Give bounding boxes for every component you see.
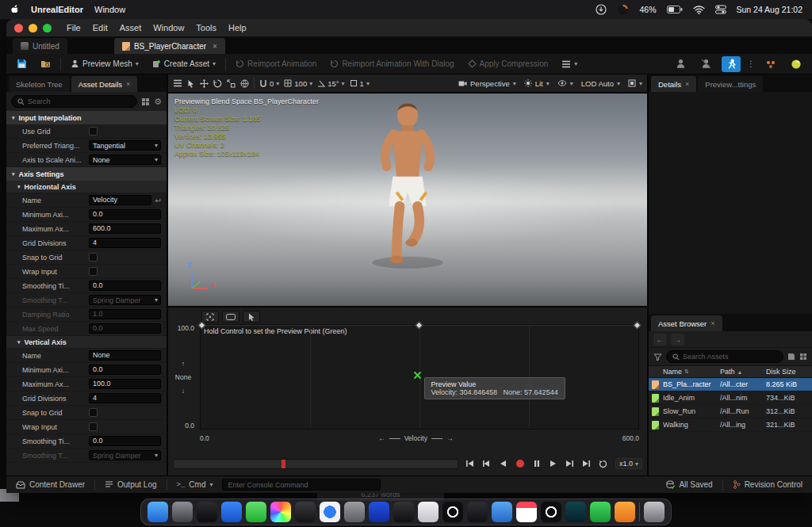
scale-tool-icon[interactable]	[227, 79, 236, 88]
reimport-animation-with-dialog-button[interactable]: Reimport Animation With Dialog	[326, 57, 458, 71]
tab-preview-scene-settings[interactable]: Preview...ttings	[698, 76, 763, 92]
preview-viewport[interactable]: Previewing Blend Space BS_PlayerCharacte…	[168, 94, 647, 306]
tab-close-icon[interactable]: ×	[710, 319, 714, 327]
dock-icon-unreal-1[interactable]	[442, 502, 463, 522]
perspective-dropdown[interactable]: Perspective ▾	[458, 79, 516, 88]
sample-point[interactable]	[416, 322, 423, 330]
asset-row[interactable]: Idle_Anim /All...nim 734...KiB	[649, 391, 812, 405]
create-asset-dropdown[interactable]: Create Asset ▾	[148, 57, 220, 71]
asset-row[interactable]: Walking /All...ing 321...KiB	[649, 418, 812, 432]
tab-untitled[interactable]: Untitled	[13, 38, 67, 54]
minimize-button[interactable]	[29, 24, 37, 32]
dock-icon-app-10[interactable]	[369, 502, 389, 522]
subsection-horizontal-axis[interactable]: ▾ Horizontal Axis	[6, 181, 167, 193]
tab-asset-details[interactable]: Asset Details ×	[71, 76, 138, 92]
step-forward-button[interactable]	[565, 458, 576, 469]
tab-asset-browser[interactable]: Asset Browser ×	[651, 315, 722, 331]
vertical-wrap-checkbox[interactable]	[89, 422, 98, 431]
menubar-clock[interactable]: Sun 24 Aug 21:02	[737, 5, 803, 14]
step-backward-button[interactable]	[481, 458, 492, 469]
playback-speed-dropdown[interactable]: x1.0 ▾	[615, 458, 642, 469]
more-tools-icon[interactable]: ⋮	[747, 59, 755, 68]
tab-bs-playercharacter[interactable]: BS_PlayerCharacter ×	[114, 38, 225, 54]
dock-icon-app-18[interactable]	[565, 502, 586, 522]
history-forward-button[interactable]: →	[671, 334, 684, 346]
asset-search[interactable]	[666, 350, 783, 363]
reset-to-default-icon[interactable]: ↩	[155, 197, 161, 204]
menu-help[interactable]: Help	[228, 23, 247, 32]
menubar-window-menu[interactable]: Window	[94, 5, 125, 14]
scale-snap-control[interactable]: 1 ▾	[350, 79, 370, 88]
dock-icon-app-15[interactable]	[492, 502, 512, 522]
details-search-input[interactable]	[28, 97, 131, 105]
timeline-playhead[interactable]	[282, 460, 285, 468]
pause-button[interactable]	[531, 458, 542, 469]
max-speed-field[interactable]: 0.0	[89, 323, 161, 334]
select-tool-icon[interactable]	[187, 79, 195, 88]
toolbar-overflow-menu[interactable]: ▾	[557, 58, 581, 71]
section-input-interpolation[interactable]: ▾ Input Interpolation	[6, 111, 167, 124]
horizontal-max-field[interactable]: 600.0	[89, 223, 161, 234]
blendspace-graph[interactable]: Hold Control to set the Preview Point (G…	[200, 324, 639, 430]
dock-icon-calendar[interactable]	[516, 502, 537, 522]
preview-point-marker[interactable]	[413, 371, 422, 380]
rotate-tool-icon[interactable]	[213, 79, 222, 88]
dock-icon-trash[interactable]	[644, 502, 665, 522]
filter-icon[interactable]	[653, 353, 662, 361]
apple-logo-icon[interactable]	[10, 4, 20, 15]
dock-icon-app-14[interactable]	[467, 502, 488, 522]
dock-icon-messages[interactable]	[246, 502, 266, 522]
preview-mesh-dropdown[interactable]: Preview Mesh ▾	[67, 57, 143, 71]
skip-to-end-button[interactable]	[581, 458, 592, 469]
cmd-dropdown[interactable]: >_ Cmd ▾	[174, 479, 216, 491]
console-command-input[interactable]	[222, 479, 381, 491]
asset-row[interactable]: Slow_Run /All...Run 312...KiB	[649, 405, 812, 418]
play-button[interactable]	[548, 458, 559, 469]
menu-edit[interactable]: Edit	[93, 23, 108, 32]
dock-icon-finder[interactable]	[147, 502, 168, 522]
vertical-name-field[interactable]: None	[89, 350, 161, 361]
tab-close-icon[interactable]: ×	[126, 80, 130, 88]
vertical-snap-checkbox[interactable]	[89, 408, 98, 417]
dock-icon-unreal-2[interactable]	[541, 502, 561, 522]
download-status-icon[interactable]	[596, 4, 607, 15]
dock-icon-blender[interactable]	[615, 502, 635, 522]
dock-icon-photos[interactable]	[270, 502, 291, 522]
column-disk-size[interactable]: Disk Size	[766, 368, 809, 376]
close-button[interactable]	[14, 24, 23, 32]
asset-search-input[interactable]	[683, 353, 777, 361]
history-back-button[interactable]: ←	[653, 334, 667, 346]
tab-close-icon[interactable]: ×	[213, 42, 217, 51]
app-status-icon[interactable]	[617, 4, 629, 16]
menu-asset[interactable]: Asset	[120, 23, 142, 32]
lit-dropdown[interactable]: Lit ▾	[524, 79, 550, 88]
dock-icon-settings[interactable]	[172, 502, 193, 522]
vertical-min-field[interactable]: 0.0	[89, 365, 161, 375]
column-name[interactable]: Name ⇅	[663, 368, 720, 376]
editor-utility-button[interactable]	[787, 56, 806, 72]
use-grid-checkbox[interactable]	[89, 127, 98, 136]
vertical-smoothing-type-dropdown[interactable]: Spring Damper ▾	[89, 450, 161, 460]
menu-window[interactable]: Window	[153, 23, 184, 32]
select-mode-button[interactable]	[243, 311, 260, 323]
all-saved-button[interactable]: All Saved	[663, 479, 715, 491]
output-log-button[interactable]: Output Log	[102, 479, 159, 491]
save-search-icon[interactable]	[787, 353, 795, 361]
preferred-triangulation-dropdown[interactable]: Tangential ▾	[89, 140, 161, 151]
control-center-icon[interactable]	[715, 5, 726, 14]
gear-icon[interactable]: ⚙	[154, 97, 162, 107]
record-button[interactable]	[515, 458, 526, 469]
horizontal-smoothing-time-field[interactable]: 0.0	[89, 281, 161, 291]
world-space-icon[interactable]	[240, 79, 249, 88]
persona-skeleton-button[interactable]	[671, 56, 690, 72]
label-mode-button[interactable]	[222, 311, 239, 323]
dock-icon-app-11[interactable]	[393, 502, 414, 522]
show-menu[interactable]: ▾	[557, 80, 573, 87]
horizontal-wrap-checkbox[interactable]	[89, 267, 98, 276]
wifi-icon[interactable]	[693, 6, 705, 14]
lod-dropdown[interactable]: LOD Auto ▾	[581, 79, 620, 88]
play-reverse-button[interactable]	[498, 458, 509, 469]
horizontal-name-field[interactable]: Velocity	[89, 195, 151, 205]
vertical-max-field[interactable]: 100.0	[89, 379, 161, 389]
physics-button[interactable]	[761, 56, 780, 72]
